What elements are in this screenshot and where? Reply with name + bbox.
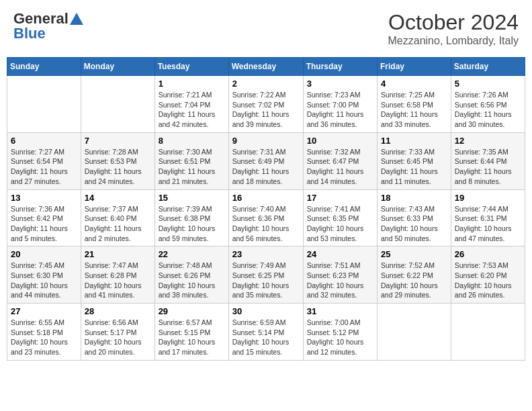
day-info: Sunrise: 7:40 AMSunset: 6:36 PMDaylight:… xyxy=(232,204,300,244)
title-section: October 2024 Mezzanino, Lombardy, Italy xyxy=(388,10,519,47)
location: Mezzanino, Lombardy, Italy xyxy=(388,35,519,47)
calendar-cell xyxy=(378,304,451,361)
day-number: 10 xyxy=(307,136,373,146)
day-number: 16 xyxy=(232,193,300,203)
day-info: Sunrise: 7:44 AMSunset: 6:31 PMDaylight:… xyxy=(455,204,521,244)
calendar-cell: 15Sunrise: 7:39 AMSunset: 6:38 PMDayligh… xyxy=(154,189,228,246)
day-number: 2 xyxy=(232,79,300,89)
day-info: Sunrise: 6:56 AMSunset: 5:17 PMDaylight:… xyxy=(85,318,151,357)
calendar-cell: 24Sunrise: 7:51 AMSunset: 6:23 PMDayligh… xyxy=(303,246,377,304)
day-number: 20 xyxy=(11,249,77,259)
calendar-table: Sunday Monday Tuesday Wednesday Thursday… xyxy=(7,57,525,361)
day-number: 29 xyxy=(159,306,225,316)
calendar-cell: 16Sunrise: 7:40 AMSunset: 6:36 PMDayligh… xyxy=(228,189,303,246)
day-number: 19 xyxy=(455,193,521,203)
day-number: 22 xyxy=(159,249,225,259)
col-wednesday: Wednesday xyxy=(228,58,303,76)
day-number: 7 xyxy=(85,136,151,146)
calendar-cell: 18Sunrise: 7:43 AMSunset: 6:33 PMDayligh… xyxy=(378,189,451,246)
day-number: 27 xyxy=(11,306,77,316)
logo: General Blue xyxy=(13,10,83,42)
day-info: Sunrise: 7:47 AMSunset: 6:28 PMDaylight:… xyxy=(85,261,151,300)
calendar-cell: 2Sunrise: 7:22 AMSunset: 7:02 PMDaylight… xyxy=(228,76,303,133)
col-thursday: Thursday xyxy=(303,58,377,76)
day-info: Sunrise: 7:25 AMSunset: 6:58 PMDaylight:… xyxy=(381,90,447,130)
col-sunday: Sunday xyxy=(7,58,81,76)
calendar-cell: 9Sunrise: 7:31 AMSunset: 6:49 PMDaylight… xyxy=(228,132,303,189)
day-info: Sunrise: 7:49 AMSunset: 6:25 PMDaylight:… xyxy=(232,261,300,300)
month-title: October 2024 xyxy=(388,10,519,35)
calendar-cell: 14Sunrise: 7:37 AMSunset: 6:40 PMDayligh… xyxy=(81,189,154,246)
col-tuesday: Tuesday xyxy=(154,58,228,76)
calendar-cell: 30Sunrise: 6:59 AMSunset: 5:14 PMDayligh… xyxy=(228,304,303,361)
calendar-cell: 28Sunrise: 6:56 AMSunset: 5:17 PMDayligh… xyxy=(81,304,154,361)
day-number: 12 xyxy=(455,136,521,146)
calendar-cell: 20Sunrise: 7:45 AMSunset: 6:30 PMDayligh… xyxy=(7,246,81,304)
col-saturday: Saturday xyxy=(451,58,525,76)
logo-triangle-icon xyxy=(70,13,83,25)
calendar-week-row: 20Sunrise: 7:45 AMSunset: 6:30 PMDayligh… xyxy=(7,246,525,304)
day-info: Sunrise: 7:21 AMSunset: 7:04 PMDaylight:… xyxy=(159,90,225,130)
calendar-week-row: 27Sunrise: 6:55 AMSunset: 5:18 PMDayligh… xyxy=(7,304,525,361)
day-info: Sunrise: 7:43 AMSunset: 6:33 PMDaylight:… xyxy=(381,204,447,244)
calendar-cell: 22Sunrise: 7:48 AMSunset: 6:26 PMDayligh… xyxy=(154,246,228,304)
calendar-cell: 6Sunrise: 7:27 AMSunset: 6:54 PMDaylight… xyxy=(7,132,81,189)
day-info: Sunrise: 7:30 AMSunset: 6:51 PMDaylight:… xyxy=(159,147,225,187)
calendar-cell: 11Sunrise: 7:33 AMSunset: 6:45 PMDayligh… xyxy=(378,132,451,189)
day-info: Sunrise: 6:57 AMSunset: 5:15 PMDaylight:… xyxy=(159,318,225,357)
calendar-cell: 17Sunrise: 7:41 AMSunset: 6:35 PMDayligh… xyxy=(303,189,377,246)
day-info: Sunrise: 7:31 AMSunset: 6:49 PMDaylight:… xyxy=(232,147,300,187)
day-number: 4 xyxy=(381,79,447,89)
calendar-cell: 13Sunrise: 7:36 AMSunset: 6:42 PMDayligh… xyxy=(7,189,81,246)
day-number: 15 xyxy=(159,193,225,203)
calendar-cell: 1Sunrise: 7:21 AMSunset: 7:04 PMDaylight… xyxy=(154,76,228,133)
day-info: Sunrise: 7:37 AMSunset: 6:40 PMDaylight:… xyxy=(85,204,151,244)
day-number: 23 xyxy=(232,249,300,259)
calendar-cell: 12Sunrise: 7:35 AMSunset: 6:44 PMDayligh… xyxy=(451,132,525,189)
day-number: 1 xyxy=(159,79,225,89)
calendar-cell: 10Sunrise: 7:32 AMSunset: 6:47 PMDayligh… xyxy=(303,132,377,189)
calendar-cell: 31Sunrise: 7:00 AMSunset: 5:12 PMDayligh… xyxy=(303,304,377,361)
day-number: 3 xyxy=(307,79,373,89)
calendar-cell: 3Sunrise: 7:23 AMSunset: 7:00 PMDaylight… xyxy=(303,76,377,133)
day-info: Sunrise: 6:55 AMSunset: 5:18 PMDaylight:… xyxy=(11,318,77,357)
calendar-cell: 19Sunrise: 7:44 AMSunset: 6:31 PMDayligh… xyxy=(451,189,525,246)
page-header: General Blue October 2024 Mezzanino, Lom… xyxy=(7,7,525,50)
calendar-cell: 8Sunrise: 7:30 AMSunset: 6:51 PMDaylight… xyxy=(154,132,228,189)
day-info: Sunrise: 7:35 AMSunset: 6:44 PMDaylight:… xyxy=(455,147,521,187)
calendar-cell: 4Sunrise: 7:25 AMSunset: 6:58 PMDaylight… xyxy=(378,76,451,133)
calendar-cell: 21Sunrise: 7:47 AMSunset: 6:28 PMDayligh… xyxy=(81,246,154,304)
day-info: Sunrise: 7:41 AMSunset: 6:35 PMDaylight:… xyxy=(307,204,373,244)
calendar-cell: 26Sunrise: 7:53 AMSunset: 6:20 PMDayligh… xyxy=(451,246,525,304)
day-number: 28 xyxy=(85,306,151,316)
calendar-cell: 25Sunrise: 7:52 AMSunset: 6:22 PMDayligh… xyxy=(378,246,451,304)
day-number: 6 xyxy=(11,136,77,146)
day-info: Sunrise: 7:32 AMSunset: 6:47 PMDaylight:… xyxy=(307,147,373,187)
day-number: 5 xyxy=(455,79,521,89)
day-info: Sunrise: 7:45 AMSunset: 6:30 PMDaylight:… xyxy=(11,261,77,300)
day-number: 9 xyxy=(232,136,300,146)
day-info: Sunrise: 7:51 AMSunset: 6:23 PMDaylight:… xyxy=(307,261,373,300)
svg-marker-0 xyxy=(70,13,83,25)
calendar-week-row: 13Sunrise: 7:36 AMSunset: 6:42 PMDayligh… xyxy=(7,189,525,246)
day-info: Sunrise: 7:26 AMSunset: 6:56 PMDaylight:… xyxy=(455,90,521,130)
day-info: Sunrise: 7:28 AMSunset: 6:53 PMDaylight:… xyxy=(85,147,151,187)
calendar-week-row: 1Sunrise: 7:21 AMSunset: 7:04 PMDaylight… xyxy=(7,76,525,133)
day-number: 13 xyxy=(11,193,77,203)
day-info: Sunrise: 7:27 AMSunset: 6:54 PMDaylight:… xyxy=(11,147,77,187)
col-friday: Friday xyxy=(378,58,451,76)
day-number: 18 xyxy=(381,193,447,203)
day-info: Sunrise: 7:23 AMSunset: 7:00 PMDaylight:… xyxy=(307,90,373,130)
day-number: 30 xyxy=(232,306,300,316)
calendar-cell xyxy=(451,304,525,361)
day-number: 8 xyxy=(159,136,225,146)
day-info: Sunrise: 7:22 AMSunset: 7:02 PMDaylight:… xyxy=(232,90,300,130)
calendar-cell xyxy=(81,76,154,133)
day-number: 21 xyxy=(85,249,151,259)
day-number: 25 xyxy=(381,249,447,259)
day-number: 24 xyxy=(307,249,373,259)
day-info: Sunrise: 7:33 AMSunset: 6:45 PMDaylight:… xyxy=(381,147,447,187)
col-monday: Monday xyxy=(81,58,154,76)
calendar-cell: 27Sunrise: 6:55 AMSunset: 5:18 PMDayligh… xyxy=(7,304,81,361)
day-info: Sunrise: 7:00 AMSunset: 5:12 PMDaylight:… xyxy=(307,318,373,357)
